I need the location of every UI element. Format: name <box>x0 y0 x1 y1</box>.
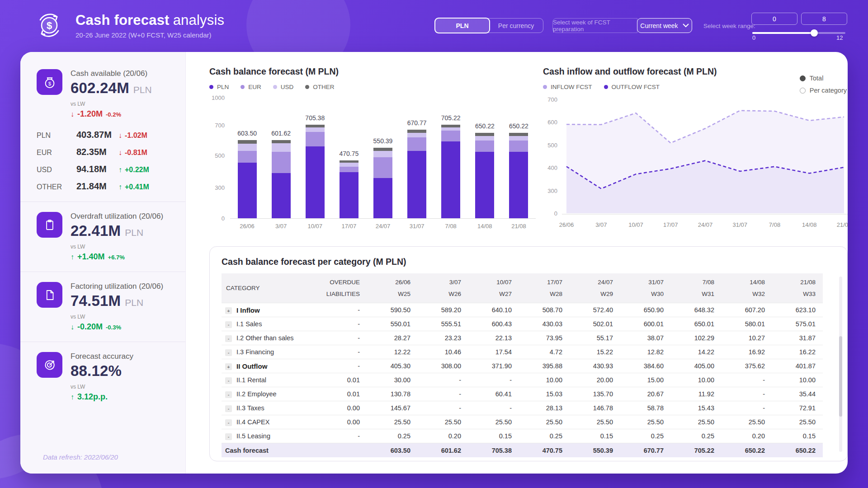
currency-value: 403.87M <box>76 130 118 140</box>
bar-segment-pln[interactable] <box>475 152 494 218</box>
bar-segment-pln[interactable] <box>272 173 291 218</box>
expand-icon[interactable]: + <box>225 363 232 370</box>
legend-item-other[interactable]: OTHER <box>305 84 334 90</box>
collapse-icon[interactable]: - <box>225 391 232 398</box>
bar-segment-usd[interactable] <box>373 151 392 157</box>
bar-column-24/07[interactable]: 550.39 <box>366 98 400 218</box>
week-range-to-input[interactable]: 8 <box>801 13 847 25</box>
column-header-week[interactable]: 3/07W26 <box>418 273 468 303</box>
bar-segment-usd[interactable] <box>340 163 359 167</box>
legend-item-inflow-fcst[interactable]: INFLOW FCST <box>543 84 592 90</box>
bar-column-10/07[interactable]: 705.38 <box>298 98 332 218</box>
column-header-week[interactable]: 14/08W32 <box>722 273 772 303</box>
bar-segment-other[interactable] <box>509 133 528 136</box>
collapse-icon[interactable]: - <box>225 405 232 412</box>
bar-segment-eur[interactable] <box>475 141 494 152</box>
bar-segment-eur[interactable] <box>340 167 359 172</box>
bar-segment-other[interactable] <box>272 140 291 143</box>
bar-segment-eur[interactable] <box>272 152 291 173</box>
table-row[interactable]: -II.2 Employee0.01130.78-60.4115.03135.7… <box>222 387 823 401</box>
collapse-icon[interactable]: - <box>225 377 232 384</box>
currency-value: 21.84M <box>76 181 118 192</box>
table-row[interactable]: +I Inflow-590.50589.20640.10508.70572.40… <box>222 303 823 317</box>
column-header-week[interactable]: 7/08W31 <box>671 273 722 303</box>
column-header-week[interactable]: 10/07W27 <box>468 273 519 303</box>
bar-segment-usd[interactable] <box>509 136 528 141</box>
bar-column-26/06[interactable]: 603.50 <box>230 98 264 218</box>
legend-item-outflow-fcst[interactable]: OUTFLOW FCST <box>604 84 660 90</box>
column-header-week[interactable]: 26/06W25 <box>367 273 418 303</box>
collapse-icon[interactable]: - <box>225 419 232 426</box>
bar-segment-usd[interactable] <box>272 143 291 151</box>
bar-segment-usd[interactable] <box>441 127 460 131</box>
table-row[interactable]: -II.3 Taxes0.00145.67--28.13146.7858.781… <box>222 401 823 415</box>
bar-segment-eur[interactable] <box>441 131 460 141</box>
column-header-week[interactable]: 17/07W28 <box>519 273 570 303</box>
table-row[interactable]: -II.5 Leasing-0.250.200.150.250.150.250.… <box>222 429 823 443</box>
kpi-delta: ↑3.12p.p. <box>71 392 133 402</box>
week-range-slider[interactable] <box>752 30 845 36</box>
radio-total[interactable]: Total <box>800 75 847 82</box>
table-scrollbar-thumb[interactable] <box>839 336 842 417</box>
bar-segment-other[interactable] <box>238 140 257 144</box>
table-row[interactable]: -II.4 CAPEX0.0025.5025.5025.5025.5025.50… <box>222 415 823 429</box>
x-axis-tick: 3/07 <box>264 223 298 230</box>
bar-segment-other[interactable] <box>407 130 426 133</box>
table-row[interactable]: +II Outflow-405.30308.00371.90395.88430.… <box>222 359 823 373</box>
collapse-icon[interactable]: - <box>225 335 232 342</box>
table-row[interactable]: -I.2 Other than sales-28.2723.2322.1373.… <box>222 331 823 345</box>
legend-item-usd[interactable]: USD <box>273 84 294 90</box>
bar-segment-eur[interactable] <box>509 141 528 152</box>
table-row[interactable]: -II.1 Rental0.0130.00--10.0020.0015.0010… <box>222 373 823 387</box>
bar-segment-pln[interactable] <box>441 141 460 219</box>
trend-arrow-icon: ↑ <box>71 393 74 401</box>
expand-icon[interactable]: + <box>225 307 232 314</box>
bar-segment-eur[interactable] <box>373 157 392 178</box>
legend-dot-icon <box>209 85 213 89</box>
bar-segment-pln[interactable] <box>340 172 359 218</box>
column-header-category[interactable]: CATEGORY <box>222 273 317 303</box>
collapse-icon[interactable]: - <box>225 433 232 440</box>
week-range-from-input[interactable]: 0 <box>751 13 797 25</box>
bar-column-17/07[interactable]: 470.75 <box>332 98 366 218</box>
column-header-week[interactable]: 21/08W33 <box>772 273 823 303</box>
fcst-week-dropdown[interactable]: Current week <box>637 18 692 33</box>
bar-segment-eur[interactable] <box>407 137 426 151</box>
bar-column-31/07[interactable]: 670.77 <box>400 98 434 218</box>
line-chart-canvas[interactable] <box>562 98 848 219</box>
legend-item-pln[interactable]: PLN <box>209 84 229 90</box>
table-row[interactable]: -I.1 Sales-550.01555.51600.43430.03502.0… <box>222 317 823 331</box>
bar-segment-pln[interactable] <box>306 146 325 218</box>
radio-per-category[interactable]: Per category <box>800 87 847 94</box>
table-scrollbar[interactable] <box>839 277 842 452</box>
column-header-overdue[interactable]: OVERDUELIABILITIES <box>317 273 367 303</box>
table-cell: 28.13 <box>519 401 570 415</box>
bar-segment-pln[interactable] <box>238 163 257 218</box>
toggle-per-currency-button[interactable]: Per currency <box>489 19 543 33</box>
bar-segment-other[interactable] <box>373 148 392 151</box>
bar-segment-usd[interactable] <box>475 136 494 141</box>
slider-handle[interactable] <box>811 29 818 37</box>
bar-segment-other[interactable] <box>475 133 494 136</box>
table-cell: 0.20 <box>722 429 772 443</box>
bar-segment-eur[interactable] <box>306 132 325 146</box>
bar-segment-eur[interactable] <box>238 151 257 163</box>
bar-segment-usd[interactable] <box>306 127 325 132</box>
bar-segment-usd[interactable] <box>238 144 257 151</box>
bar-column-3/07[interactable]: 601.62 <box>264 98 298 218</box>
bar-column-21/08[interactable]: 650.22 <box>502 98 536 218</box>
column-header-week[interactable]: 31/07W30 <box>620 273 671 303</box>
bar-segment-pln[interactable] <box>373 178 392 218</box>
legend-item-eur[interactable]: EUR <box>241 84 261 90</box>
column-header-week[interactable]: 24/07W29 <box>570 273 620 303</box>
bar-segment-pln[interactable] <box>509 152 528 218</box>
bar-segment-usd[interactable] <box>407 133 426 137</box>
toggle-pln-button[interactable]: PLN <box>434 18 490 33</box>
bar-segment-pln[interactable] <box>407 151 426 218</box>
bar-column-7/08[interactable]: 705.22 <box>434 98 468 218</box>
collapse-icon[interactable]: - <box>225 349 232 356</box>
bar-column-14/08[interactable]: 650.22 <box>468 98 502 218</box>
table-row[interactable]: -I.3 Financing-12.2210.4617.544.7215.221… <box>222 345 823 359</box>
currency-label: OTHER <box>37 183 76 191</box>
collapse-icon[interactable]: - <box>225 321 232 328</box>
